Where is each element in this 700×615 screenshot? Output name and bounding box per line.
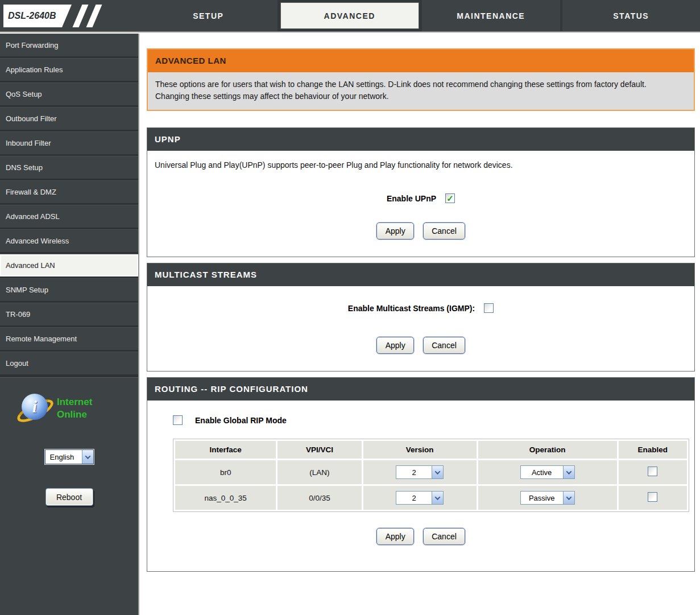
upnp-buttons: Apply Cancel <box>155 222 687 240</box>
enable-global-rip-row: Enable Global RIP Mode <box>173 415 687 425</box>
rip-row-nas-0-0-35: nas_0_0_350/0/352Passive <box>175 486 687 510</box>
sidebar-item-advanced-lan[interactable]: Advanced LAN <box>0 254 138 278</box>
multicast-apply-button[interactable]: Apply <box>376 337 414 354</box>
multicast-cancel-button[interactable]: Cancel <box>423 337 465 354</box>
enabled-checkbox-nas-0-0-35[interactable] <box>648 492 657 502</box>
tab-advanced[interactable]: ADVANCED <box>280 2 420 29</box>
logo-stripe-icon <box>86 5 102 27</box>
upnp-section: UPNP Universal Plug and Play(UPnP) suppo… <box>147 127 695 257</box>
page-title: ADVANCED LAN <box>148 49 694 72</box>
sidebar-item-firewall-dmz[interactable]: Firewall & DMZ <box>0 180 138 205</box>
chevron-down-icon[interactable] <box>432 466 443 478</box>
internet-status: i Internet Online <box>0 378 138 424</box>
tab-setup[interactable]: SETUP <box>139 0 277 31</box>
cell-enabled <box>619 460 687 484</box>
enable-global-rip-label: Enable Global RIP Mode <box>195 416 287 425</box>
version-select-nas-0-0-35-value: 2 <box>396 494 432 502</box>
routing-apply-button[interactable]: Apply <box>376 528 414 545</box>
chevron-down-icon[interactable] <box>82 450 93 464</box>
version-select-br0[interactable]: 2 <box>396 465 444 479</box>
sidebar-nav: Port ForwardingApplication RulesQoS Setu… <box>0 34 138 376</box>
enable-upnp-checkbox[interactable] <box>445 193 455 203</box>
enable-igmp-row: Enable Multicast Streams (IGMP): <box>155 303 687 313</box>
enabled-checkbox-br0[interactable] <box>648 467 657 476</box>
operation-select-br0-value: Active <box>521 468 563 477</box>
internet-online-icon: i <box>20 393 52 424</box>
chevron-down-icon[interactable] <box>563 466 574 478</box>
routing-cancel-button[interactable]: Cancel <box>423 528 465 545</box>
sidebar-item-application-rules[interactable]: Application Rules <box>0 58 138 82</box>
upnp-apply-button[interactable]: Apply <box>376 222 414 240</box>
cell-operation: Active <box>478 460 617 484</box>
internet-status-text: Internet Online <box>57 396 92 421</box>
globe-info-icon: i <box>22 394 48 420</box>
device-model-text: DSL-2640B <box>8 11 56 21</box>
sidebar-item-inbound-filter[interactable]: Inbound Filter <box>0 131 138 156</box>
rip-row-br0: br0(LAN)2Active <box>175 460 687 484</box>
logo-stripe-icon <box>73 5 89 27</box>
rip-table-header-row: InterfaceVPI/VCIVersionOperationEnabled <box>175 441 687 459</box>
operation-select-br0[interactable]: Active <box>520 465 575 479</box>
col-header-interface: Interface <box>175 441 276 459</box>
rip-table: InterfaceVPI/VCIVersionOperationEnabled … <box>173 439 689 512</box>
advanced-lan-header: ADVANCED LAN These options are for users… <box>147 48 695 111</box>
col-header-operation: Operation <box>478 441 617 459</box>
upnp-section-body: Universal Plug and Play(UPnP) supports p… <box>147 151 694 257</box>
cell-operation: Passive <box>478 486 617 510</box>
device-model-label: DSL-2640B <box>3 5 72 27</box>
reboot-button[interactable]: Reboot <box>45 488 93 506</box>
col-header-enabled: Enabled <box>619 441 687 459</box>
main-content: ADVANCED LAN These options are for users… <box>140 34 700 615</box>
device-logo: DSL-2640B <box>0 0 139 31</box>
cell-version: 2 <box>363 460 477 484</box>
top-header: DSL-2640B SETUPADVANCEDMAINTENANCESTATUS <box>0 0 700 32</box>
routing-section: ROUTING -- RIP CONFIGURATION Enable Glob… <box>147 377 695 572</box>
language-select[interactable]: English <box>45 449 94 464</box>
upnp-cancel-button[interactable]: Cancel <box>423 222 465 240</box>
enable-igmp-checkbox[interactable] <box>484 303 494 313</box>
routing-section-title: ROUTING -- RIP CONFIGURATION <box>147 378 694 401</box>
col-header-version: Version <box>363 441 477 459</box>
cell-vpi-vci: (LAN) <box>277 460 361 484</box>
col-header-vpi-vci: VPI/VCI <box>277 441 361 459</box>
sidebar-item-advanced-wireless[interactable]: Advanced Wireless <box>0 229 138 254</box>
sidebar-item-tr-069[interactable]: TR-069 <box>0 303 138 327</box>
cell-enabled <box>619 486 687 510</box>
enable-upnp-label: Enable UPnP <box>387 194 436 203</box>
page-description: These options are for users that wish to… <box>148 72 694 110</box>
cell-interface: nas_0_0_35 <box>175 486 276 510</box>
sidebar-item-advanced-adsl[interactable]: Advanced ADSL <box>0 205 138 229</box>
version-select-br0-value: 2 <box>396 468 432 477</box>
sidebar-item-remote-management[interactable]: Remote Management <box>0 327 138 352</box>
cell-version: 2 <box>363 486 477 510</box>
routing-section-body: Enable Global RIP Mode InterfaceVPI/VCIV… <box>147 401 694 571</box>
tab-status[interactable]: STATUS <box>562 0 700 31</box>
operation-select-nas-0-0-35[interactable]: Passive <box>520 491 575 505</box>
upnp-section-title: UPNP <box>147 128 694 151</box>
sidebar-item-dns-setup[interactable]: DNS Setup <box>0 156 138 180</box>
sidebar-item-snmp-setup[interactable]: SNMP Setup <box>0 278 138 303</box>
enable-global-rip-checkbox[interactable] <box>173 415 183 425</box>
tab-maintenance[interactable]: MAINTENANCE <box>422 0 560 31</box>
reboot-row: Reboot <box>0 488 138 506</box>
sidebar-item-logout[interactable]: Logout <box>0 352 138 376</box>
chevron-down-icon[interactable] <box>563 492 574 504</box>
enable-upnp-row: Enable UPnP <box>155 193 687 203</box>
routing-buttons: Apply Cancel <box>155 528 687 545</box>
operation-select-nas-0-0-35-value: Passive <box>521 494 563 502</box>
multicast-buttons: Apply Cancel <box>155 337 687 354</box>
sidebar-item-port-forwarding[interactable]: Port Forwarding <box>0 34 138 58</box>
internet-status-line2: Online <box>57 408 92 421</box>
chevron-down-icon[interactable] <box>432 492 443 504</box>
version-select-nas-0-0-35[interactable]: 2 <box>396 491 444 505</box>
multicast-section-body: Enable Multicast Streams (IGMP): Apply C… <box>147 286 694 371</box>
cell-interface: br0 <box>175 460 276 484</box>
cell-vpi-vci: 0/0/35 <box>277 486 361 510</box>
internet-status-line1: Internet <box>57 396 92 408</box>
sidebar-item-outbound-filter[interactable]: Outbound Filter <box>0 107 138 131</box>
sidebar: Port ForwardingApplication RulesQoS Setu… <box>0 34 139 615</box>
enable-igmp-label: Enable Multicast Streams (IGMP): <box>348 304 475 313</box>
language-select-value: English <box>45 453 82 461</box>
upnp-description: Universal Plug and Play(UPnP) supports p… <box>155 160 687 170</box>
sidebar-item-qos-setup[interactable]: QoS Setup <box>0 82 138 107</box>
